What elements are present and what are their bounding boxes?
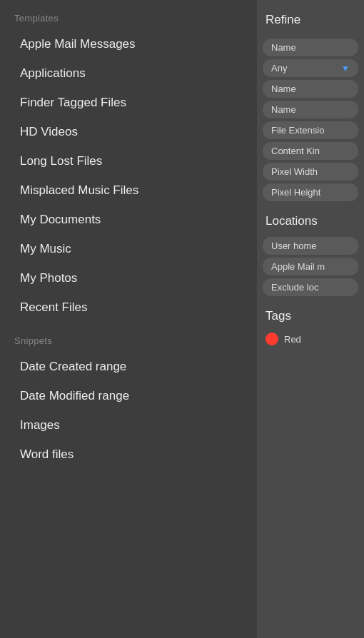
pill-name-3[interactable]: Name bbox=[263, 101, 358, 118]
pill-apple-mail[interactable]: Apple Mail m bbox=[263, 258, 358, 275]
tag-red-dot bbox=[266, 333, 278, 345]
pill-content-kind[interactable]: Content Kin bbox=[263, 142, 358, 160]
pill-exclude-loc[interactable]: Exclude loc bbox=[263, 278, 358, 296]
template-applications[interactable]: Applications bbox=[6, 59, 251, 88]
pill-name-1[interactable]: Name bbox=[263, 39, 358, 56]
left-panel: Templates Apple Mail Messages Applicatio… bbox=[0, 0, 257, 638]
pill-any-dropdown[interactable]: Any ▼ bbox=[263, 59, 358, 77]
pill-pixel-height[interactable]: Pixel Height bbox=[263, 183, 358, 201]
template-long-lost-files[interactable]: Long Lost Files bbox=[6, 147, 251, 176]
template-my-photos[interactable]: My Photos bbox=[6, 264, 251, 293]
snippet-date-modified[interactable]: Date Modified range bbox=[6, 382, 251, 410]
tags-section-label: Tags bbox=[257, 299, 364, 329]
template-finder-tagged[interactable]: Finder Tagged Files bbox=[6, 88, 251, 117]
template-my-music[interactable]: My Music bbox=[6, 235, 251, 263]
template-apple-mail[interactable]: Apple Mail Messages bbox=[6, 30, 251, 59]
dropdown-arrow-icon: ▼ bbox=[341, 64, 350, 74]
tag-red-row[interactable]: Red bbox=[257, 329, 364, 349]
snippet-date-created[interactable]: Date Created range bbox=[6, 353, 251, 381]
snippet-word-files[interactable]: Word files bbox=[6, 440, 251, 469]
pill-name-2[interactable]: Name bbox=[263, 80, 358, 98]
template-misplaced-music[interactable]: Misplaced Music Files bbox=[6, 176, 251, 205]
template-hd-videos[interactable]: HD Videos bbox=[6, 118, 251, 146]
template-my-documents[interactable]: My Documents bbox=[6, 206, 251, 234]
template-recent-files[interactable]: Recent Files bbox=[6, 293, 251, 322]
tag-red-label: Red bbox=[284, 334, 301, 345]
templates-section-header: Templates bbox=[0, 0, 257, 29]
locations-section-label: Locations bbox=[257, 204, 364, 234]
refine-header: Refine bbox=[257, 0, 364, 36]
pill-user-home[interactable]: User home bbox=[263, 237, 358, 255]
pill-any-label: Any bbox=[271, 63, 287, 74]
right-panel: Refine Name Any ▼ Name Name File Extensi… bbox=[257, 0, 364, 638]
snippets-section-header: Snippets bbox=[0, 323, 257, 352]
snippet-images[interactable]: Images bbox=[6, 411, 251, 440]
pill-file-extension[interactable]: File Extensio bbox=[263, 121, 358, 139]
pill-pixel-width[interactable]: Pixel Width bbox=[263, 163, 358, 181]
